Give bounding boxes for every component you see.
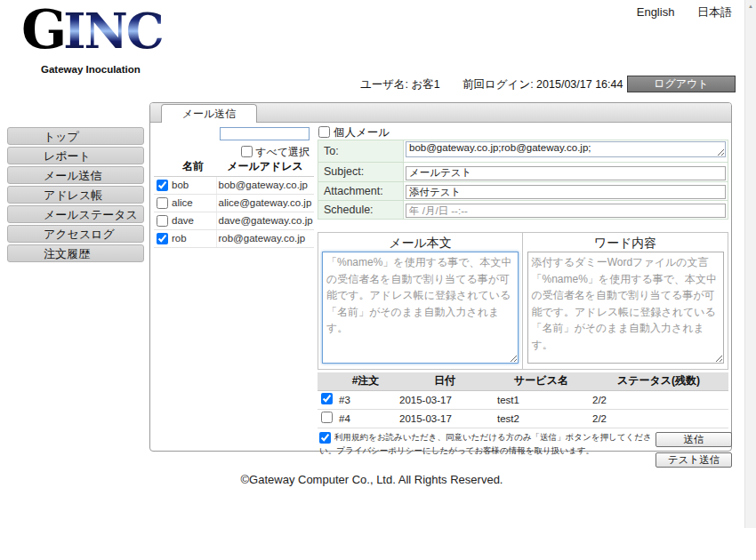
address-header-checkbox-col [154, 158, 170, 176]
order-date: 2015-03-17 [396, 390, 494, 409]
address-table: 名前 メールアドレス bob bob@gateway.co.jp alice a… [154, 158, 314, 248]
tab-strip: メール送信 [150, 103, 731, 123]
order-id: #4 [335, 409, 396, 428]
word-content-textarea[interactable] [527, 252, 724, 364]
personal-mail-checkbox[interactable] [318, 126, 330, 138]
address-row: rob rob@gateway.co.jp [154, 229, 314, 247]
mail-body-textarea[interactable] [322, 252, 519, 364]
select-all-checkbox[interactable] [241, 146, 253, 157]
address-row-checkbox[interactable] [157, 197, 168, 209]
attachment-row: Attachment: [318, 181, 728, 201]
address-name: dave [170, 212, 216, 229]
select-all-label: すべて選択 [255, 146, 310, 158]
address-email: alice@gateway.co.jp [216, 194, 314, 212]
address-header-row: 名前 メールアドレス [154, 158, 314, 176]
attachment-label: Attachment: [318, 181, 404, 201]
order-service: test1 [494, 390, 589, 409]
to-label: To: [318, 140, 404, 163]
order-service: test2 [494, 409, 589, 428]
language-switcher: English 日本語 [617, 4, 732, 20]
to-row: To: bob@gateway.co.jp;rob@gateway.co.jp; [318, 140, 728, 163]
word-content-title: ワード内容 [523, 233, 728, 252]
address-email: rob@gateway.co.jp [216, 229, 314, 247]
sidebar-item-order-history[interactable]: 注文履歴 [7, 244, 144, 262]
personal-mail-label: 個人メール [334, 126, 390, 139]
order-status: 2/2 [589, 390, 728, 409]
order-id: #3 [335, 390, 396, 409]
address-name: alice [170, 194, 216, 212]
agreement-checkbox[interactable] [319, 432, 331, 444]
address-row-checkbox[interactable] [157, 233, 168, 244]
mail-body-section: メール本文 [318, 232, 523, 370]
sidebar-item-report[interactable]: レポート [7, 147, 144, 164]
address-search-input[interactable] [220, 127, 310, 140]
order-status: 2/2 [589, 409, 728, 428]
sidebar: トップ レポート メール送信 アドレス帳 メールステータス アクセスログ 注文履… [7, 127, 144, 264]
lang-link-japanese[interactable]: 日本語 [697, 5, 732, 19]
panel-content: すべて選択 名前 メールアドレス bob bob@gateway.co.jp a… [150, 123, 731, 451]
scroll-up-icon[interactable]: ▲ [745, 3, 756, 10]
order-header-status: ステータス(残数) [589, 372, 728, 390]
address-name: rob [170, 229, 216, 247]
attachment-input[interactable] [406, 185, 726, 199]
address-name: bob [170, 176, 216, 194]
address-row-checkbox[interactable] [157, 215, 168, 227]
sidebar-item-mail-send[interactable]: メール送信 [7, 166, 144, 184]
subject-input[interactable] [406, 166, 726, 180]
schedule-row: Schedule: [318, 201, 728, 220]
address-row: dave dave@gateway.co.jp [154, 212, 314, 229]
sidebar-item-top[interactable]: トップ [7, 127, 144, 145]
sidebar-item-address-book[interactable]: アドレス帳 [7, 186, 144, 204]
compose-form: To: bob@gateway.co.jp;rob@gateway.co.jp;… [318, 140, 728, 220]
text-zones: メール本文 ワード内容 [318, 232, 728, 370]
address-header-email: メールアドレス [216, 158, 314, 176]
order-row-checkbox[interactable] [321, 412, 333, 423]
order-row: #4 2015-03-17 test2 2/2 [318, 409, 728, 428]
address-row: alice alice@gateway.co.jp [154, 194, 314, 212]
order-header-id: #注文 [335, 372, 396, 390]
send-button[interactable]: 送信 [655, 432, 732, 447]
address-row-checkbox[interactable] [157, 180, 168, 191]
tab-mail-send[interactable]: メール送信 [161, 104, 257, 123]
to-input[interactable]: bob@gateway.co.jp;rob@gateway.co.jp; [406, 141, 726, 157]
logo: GINC Gateway Inoculation [21, 4, 163, 75]
address-email: dave@gateway.co.jp [216, 212, 314, 229]
order-header-service: サービス名 [494, 372, 589, 390]
schedule-label: Schedule: [318, 201, 404, 220]
order-row: #3 2015-03-17 test1 2/2 [318, 390, 728, 409]
order-header-row: #注文 日付 サービス名 ステータス(残数) [318, 372, 728, 390]
logo-inc-text: INC [63, 3, 163, 60]
agreement-block: 利用規約をお読みいただき、同意いただける方のみ「送信」ボタンを押してください。プ… [319, 431, 655, 457]
word-content-section: ワード内容 [523, 232, 728, 370]
personal-mail-control: 個人メール [318, 125, 390, 140]
last-login-label: 前回ログイン: 2015/03/17 16:44 [462, 77, 623, 92]
lang-link-english[interactable]: English [637, 5, 675, 19]
user-bar: ユーザ名: お客1 前回ログイン: 2015/03/17 16:44 ログアウト [0, 76, 736, 93]
agreement-text: 利用規約をお読みいただき、同意いただける方のみ「送信」ボタンを押してください。プ… [319, 432, 652, 455]
page-scrollbar[interactable]: ▲ [744, 0, 756, 528]
order-table: #注文 日付 サービス名 ステータス(残数) #3 2015-03-17 tes… [318, 372, 728, 428]
logo-wordmark: GINC [21, 4, 163, 69]
subject-label: Subject: [318, 163, 404, 182]
order-row-checkbox[interactable] [321, 393, 333, 404]
logout-button[interactable]: ログアウト [627, 76, 736, 92]
mail-body-title: メール本文 [318, 233, 522, 252]
schedule-input[interactable] [406, 204, 726, 218]
sidebar-item-mail-status[interactable]: メールステータス [7, 205, 144, 223]
address-row: bob bob@gateway.co.jp [154, 176, 314, 194]
test-send-button[interactable]: テスト送信 [655, 452, 732, 468]
footer-copyright: ©Gateway Computer Co., Ltd. All Rights R… [0, 473, 744, 486]
sidebar-item-access-log[interactable]: アクセスログ [7, 225, 144, 243]
address-email: bob@gateway.co.jp [216, 176, 314, 194]
order-header-checkbox-col [318, 372, 335, 390]
subject-row: Subject: [318, 163, 728, 182]
order-header-date: 日付 [396, 372, 494, 390]
logo-g-mark: G [21, 0, 63, 60]
mail-send-panel: メール送信 すべて選択 名前 メールアドレス bob bob@gateway.c… [149, 102, 732, 452]
address-header-name: 名前 [170, 158, 216, 176]
username-label: ユーザ名: お客1 [360, 77, 440, 92]
page: GINC Gateway Inoculation English 日本語 ユーザ… [0, 0, 756, 560]
order-date: 2015-03-17 [396, 409, 494, 428]
